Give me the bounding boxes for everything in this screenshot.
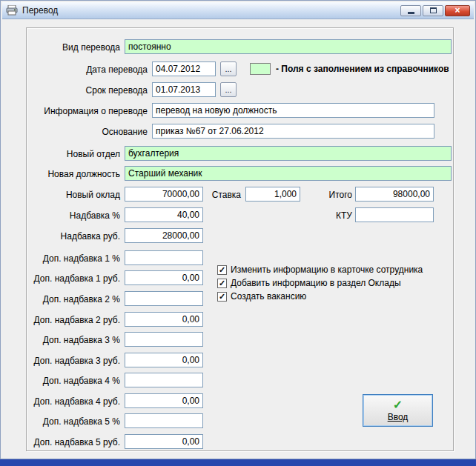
extra-bonus-2-rub-label: Доп. надбавка 2 руб. xyxy=(27,315,120,326)
check-icon: ✓ xyxy=(219,293,225,301)
extra-bonus-1-rub-label: Доп. надбавка 1 руб. xyxy=(27,273,120,284)
new-position-input[interactable] xyxy=(125,166,452,181)
reference-legend-swatch xyxy=(250,63,271,75)
check-icon: ✓ xyxy=(219,266,225,274)
extra-bonus-2-rub-input[interactable] xyxy=(125,312,203,327)
printer-icon xyxy=(6,5,18,16)
transfer-info-label: Информация о переводе xyxy=(27,106,148,117)
maximize-button[interactable] xyxy=(423,5,443,16)
extra-bonus-3-pct-label: Доп. надбавка 3 % xyxy=(27,335,120,346)
bonus-rub-input[interactable] xyxy=(125,228,203,243)
checkbox-box: ✓ xyxy=(217,265,227,275)
checkbox-box: ✓ xyxy=(217,292,227,302)
checkbox-label: Добавить информацию в раздел Оклады xyxy=(231,278,401,288)
titlebar[interactable]: Перевод × xyxy=(2,2,474,19)
checkbox-label: Создать вакансию xyxy=(231,291,306,302)
transfer-date-browse-button[interactable]: ... xyxy=(220,61,237,76)
parent-window-background xyxy=(0,459,476,466)
transfer-type-input[interactable] xyxy=(125,39,452,54)
bonus-pct-label: Надбавка % xyxy=(27,210,120,222)
checkbox-box: ✓ xyxy=(217,279,227,288)
extra-bonus-5-rub-input[interactable] xyxy=(125,434,203,449)
transfer-date-input[interactable] xyxy=(152,61,216,76)
check-icon: ✓ xyxy=(393,399,403,411)
rate-label: Ставка xyxy=(179,190,241,201)
extra-bonus-1-pct-input[interactable] xyxy=(125,250,203,265)
checkbox-update-employee-card[interactable]: ✓ Изменить информацию в карточке сотрудн… xyxy=(217,264,423,275)
basis-label: Основание xyxy=(27,127,148,138)
extra-bonus-5-pct-label: Доп. надбавка 5 % xyxy=(27,416,120,427)
enter-button[interactable]: ✓ Ввод xyxy=(363,394,433,427)
ktu-label: КТУ xyxy=(297,210,352,222)
checkbox-add-to-salaries[interactable]: ✓ Добавить информацию в раздел Оклады xyxy=(217,278,401,288)
dialog-window: Перевод × Вид перевода Дата перевода ...… xyxy=(0,0,476,459)
transfer-term-label: Срок перевода xyxy=(27,85,148,96)
bonus-pct-input[interactable] xyxy=(125,207,203,222)
total-label: Итого xyxy=(297,190,352,201)
bonus-rub-label: Надбавка руб. xyxy=(27,231,120,242)
new-salary-label: Новый оклад xyxy=(27,190,120,201)
checkbox-create-vacancy[interactable]: ✓ Создать вакансию xyxy=(217,291,306,302)
total-input[interactable] xyxy=(355,187,434,202)
extra-bonus-4-rub-input[interactable] xyxy=(125,393,203,408)
transfer-type-label: Вид перевода xyxy=(27,42,120,53)
extra-bonus-4-rub-label: Доп. надбавка 4 руб. xyxy=(27,396,120,407)
new-position-label: Новая должность xyxy=(27,169,120,180)
new-department-label: Новый отдел xyxy=(27,149,120,160)
enter-button-label: Ввод xyxy=(388,412,409,422)
transfer-term-browse-button[interactable]: ... xyxy=(220,82,237,97)
extra-bonus-5-pct-input[interactable] xyxy=(125,413,203,428)
extra-bonus-1-rub-input[interactable] xyxy=(125,270,203,285)
extra-bonus-4-pct-input[interactable] xyxy=(125,373,203,387)
extra-bonus-3-rub-label: Доп. надбавка 3 руб. xyxy=(27,356,120,367)
check-icon: ✓ xyxy=(219,279,225,287)
basis-input[interactable] xyxy=(152,124,434,139)
transfer-info-input[interactable] xyxy=(152,103,434,118)
window-title: Перевод xyxy=(22,5,58,16)
screen: Перевод × Вид перевода Дата перевода ...… xyxy=(0,0,476,466)
minimize-icon xyxy=(408,12,414,14)
extra-bonus-5-rub-label: Доп. надбавка 5 руб. xyxy=(27,437,120,448)
extra-bonus-3-pct-input[interactable] xyxy=(125,332,203,347)
minimize-button[interactable] xyxy=(400,5,421,16)
extra-bonus-1-pct-label: Доп. надбавка 1 % xyxy=(27,253,120,264)
checkbox-label: Изменить информацию в карточке сотрудник… xyxy=(231,264,423,275)
window-controls: × xyxy=(400,5,470,16)
transfer-date-label: Дата перевода xyxy=(27,64,148,76)
extra-bonus-2-pct-input[interactable] xyxy=(125,291,203,306)
extra-bonus-2-pct-label: Доп. надбавка 2 % xyxy=(27,294,120,305)
close-icon: × xyxy=(454,6,460,15)
extra-bonus-4-pct-label: Доп. надбавка 4 % xyxy=(27,376,120,387)
close-button[interactable]: × xyxy=(445,5,470,16)
reference-legend-text: - Поля с заполнением из справочников xyxy=(276,63,449,75)
ktu-input[interactable] xyxy=(355,207,434,222)
rate-input[interactable] xyxy=(245,187,300,202)
transfer-term-input[interactable] xyxy=(152,82,216,97)
extra-bonus-3-rub-input[interactable] xyxy=(125,353,203,367)
new-department-input[interactable] xyxy=(125,146,452,161)
maximize-icon xyxy=(430,7,437,13)
